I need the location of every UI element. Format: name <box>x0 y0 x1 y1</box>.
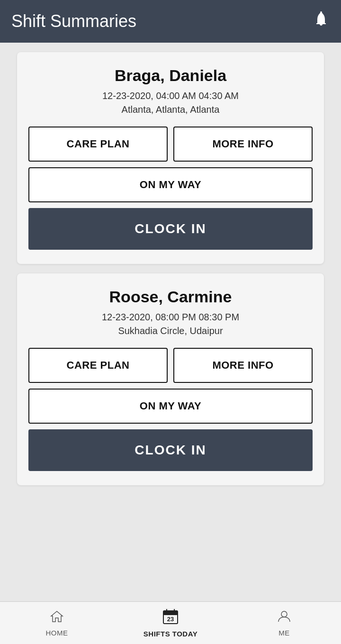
card-1-datetime: 12-23-2020, 04:00 AM 04:30 AM <box>28 91 313 101</box>
shift-card-2: Roose, Carmine 12-23-2020, 08:00 PM 08:3… <box>17 273 324 485</box>
card-1-on-my-way-button[interactable]: ON MY WAY <box>28 167 313 202</box>
nav-shifts-today-label: SHIFTS TODAY <box>144 630 197 638</box>
nav-me[interactable]: ME <box>227 609 341 637</box>
app-header: Shift Summaries <box>0 0 341 43</box>
card-1-top-buttons: CARE PLAN MORE INFO <box>28 127 313 162</box>
nav-home[interactable]: HOME <box>0 609 114 637</box>
nav-me-label: ME <box>278 629 290 637</box>
svg-rect-0 <box>320 11 322 13</box>
nav-shifts-today[interactable]: 23 SHIFTS TODAY <box>114 608 227 638</box>
card-2-on-my-way-button[interactable]: ON MY WAY <box>28 389 313 424</box>
card-1-care-plan-button[interactable]: CARE PLAN <box>28 127 168 162</box>
bell-icon[interactable] <box>313 11 330 32</box>
svg-text:23: 23 <box>167 616 174 623</box>
card-2-name: Roose, Carmine <box>28 288 313 306</box>
card-2-top-buttons: CARE PLAN MORE INFO <box>28 348 313 383</box>
bottom-nav: HOME 23 SHIFTS TODAY ME <box>0 601 341 644</box>
page-title: Shift Summaries <box>11 11 136 31</box>
person-icon <box>277 609 291 627</box>
shift-card-1: Braga, Daniela 12-23-2020, 04:00 AM 04:3… <box>17 52 324 264</box>
svg-rect-2 <box>163 611 178 615</box>
card-2-care-plan-button[interactable]: CARE PLAN <box>28 348 168 383</box>
nav-home-label: HOME <box>46 629 68 637</box>
card-1-location: Atlanta, Atlanta, Atlanta <box>28 104 313 115</box>
card-1-more-info-button[interactable]: MORE INFO <box>173 127 313 162</box>
card-2-location: Sukhadia Circle, Udaipur <box>28 326 313 336</box>
card-1-name: Braga, Daniela <box>28 66 313 85</box>
home-icon <box>50 609 64 627</box>
content-area: Braga, Daniela 12-23-2020, 04:00 AM 04:3… <box>0 43 341 533</box>
card-1-clock-in-button[interactable]: CLOCK IN <box>28 208 313 250</box>
card-2-clock-in-button[interactable]: CLOCK IN <box>28 429 313 471</box>
card-2-more-info-button[interactable]: MORE INFO <box>173 348 313 383</box>
svg-point-6 <box>281 611 287 617</box>
calendar-icon: 23 <box>162 608 179 628</box>
card-2-datetime: 12-23-2020, 08:00 PM 08:30 PM <box>28 312 313 323</box>
